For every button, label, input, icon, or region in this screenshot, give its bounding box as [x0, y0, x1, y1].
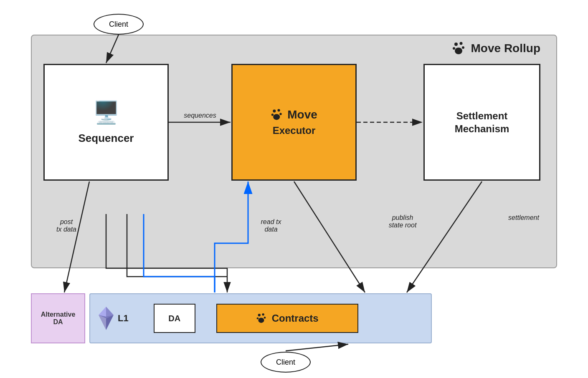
diagram-container: Move Rollup Client 🖥️ Sequencer Move Exe…	[23, 10, 565, 368]
svg-line-29	[286, 344, 348, 351]
svg-point-18	[264, 317, 266, 319]
client-oval-top: Client	[94, 14, 144, 35]
read-tx-data-label: read txdata	[252, 218, 290, 233]
alt-da-box: Alternative DA	[31, 293, 85, 343]
da-box: DA	[154, 304, 195, 333]
l1-label: L1	[99, 307, 129, 330]
move-rollup-icon	[452, 41, 467, 56]
sequences-label: sequences	[175, 112, 225, 119]
svg-point-8	[280, 113, 282, 115]
executor-box: Move Executor	[231, 64, 357, 181]
ethereum-icon	[99, 307, 114, 330]
svg-point-19	[258, 318, 264, 323]
svg-point-5	[273, 110, 276, 113]
svg-point-2	[453, 47, 455, 50]
settlement-label: SettlementMechanism	[455, 109, 509, 135]
contracts-box: Contracts	[216, 304, 358, 333]
svg-point-17	[256, 318, 259, 320]
svg-point-15	[258, 314, 260, 316]
publish-state-root-label: publishstate root	[380, 214, 426, 229]
contracts-icon	[256, 312, 268, 324]
settlement-label-arrow: settlement	[505, 214, 542, 222]
computer-icon: 🖥️	[93, 100, 120, 125]
sequencer-label: Sequencer	[79, 132, 134, 145]
svg-point-3	[462, 46, 464, 49]
svg-point-4	[455, 48, 462, 54]
client-oval-bottom: Client	[261, 352, 311, 373]
svg-point-16	[262, 313, 264, 315]
settlement-box: SettlementMechanism	[423, 64, 540, 181]
move-executor-icon	[271, 108, 284, 121]
svg-point-0	[454, 43, 458, 46]
l1-box: L1 DA Contracts	[89, 293, 432, 343]
svg-point-9	[273, 114, 280, 120]
post-tx-data-label: posttx data	[48, 218, 85, 233]
rollup-title: Move Rollup	[452, 41, 540, 56]
svg-point-7	[271, 113, 274, 116]
svg-point-1	[459, 42, 462, 45]
svg-point-6	[278, 109, 280, 111]
executor-title: Move	[271, 108, 317, 121]
sequencer-box: 🖥️ Sequencer	[43, 64, 169, 181]
executor-subtitle: Executor	[273, 125, 316, 136]
